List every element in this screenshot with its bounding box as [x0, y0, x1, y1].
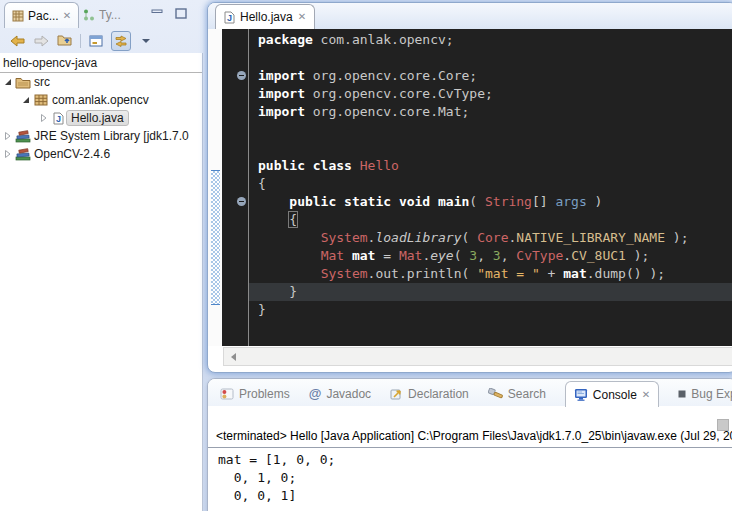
code-line[interactable]: Mat mat = Mat.eye( 3, 3, CvType.CV_8UC1 … [249, 247, 732, 265]
collapse-twistie-icon[interactable] [2, 78, 14, 86]
code-line[interactable] [249, 49, 732, 67]
code-token: CvType [516, 248, 563, 263]
code-line[interactable] [249, 121, 732, 139]
console-output[interactable]: mat = [1, 0, 0; 0, 1, 0; 0, 0, 1] [218, 451, 335, 505]
tab-console[interactable]: Console✕ [565, 381, 659, 407]
expand-twistie-icon[interactable] [2, 131, 14, 141]
code-editor[interactable]: package com.anlak.opencv;import org.open… [222, 29, 732, 346]
view-menu-chevron-icon[interactable] [137, 32, 155, 50]
tree-item-label: src [31, 75, 53, 89]
code-token: [] [532, 194, 555, 209]
code-token: org.opencv.core.Core; [305, 68, 477, 83]
library-icon [14, 130, 31, 143]
code-line[interactable]: import org.opencv.core.Core; [249, 67, 732, 85]
expand-twistie-icon[interactable] [2, 149, 14, 159]
code-line[interactable]: System.loadLibrary( Core.NATIVE_LIBRARY_… [249, 229, 732, 247]
horizontal-scrollbar[interactable] [223, 347, 732, 366]
console-output-line: 0, 0, 1] [218, 487, 335, 505]
collapse-twistie-icon[interactable] [20, 96, 32, 104]
tab-problems[interactable]: Problems [220, 382, 290, 406]
code-token: public class [258, 158, 352, 173]
code-line[interactable]: import org.opencv.core.Mat; [249, 103, 732, 121]
expand-twistie-icon[interactable] [38, 113, 50, 123]
code-line[interactable]: public static void main( String[] args ) [249, 193, 732, 211]
minimize-view-button[interactable] [149, 7, 165, 20]
code-token: "mat = " [477, 266, 540, 281]
code-token: ( [469, 194, 485, 209]
code-token [258, 266, 321, 281]
code-line[interactable]: { [249, 175, 732, 193]
console-output-line: mat = [1, 0, 0; [218, 451, 335, 469]
code-token: 3 [469, 248, 477, 263]
code-token: Hello [360, 158, 399, 173]
code-token: Core [477, 230, 508, 245]
code-line[interactable]: package com.anlak.opencv; [249, 31, 732, 49]
maximize-view-button[interactable] [173, 7, 189, 20]
code-line[interactable]: { [249, 211, 732, 229]
code-area[interactable]: package com.anlak.opencv;import org.open… [249, 29, 732, 346]
scroll-left-arrow-icon[interactable] [231, 353, 236, 361]
code-token: mat [563, 266, 586, 281]
tab-declaration[interactable]: Declaration [390, 382, 469, 406]
java-file-icon: J [50, 112, 67, 125]
code-token: com.anlak.opencv; [313, 32, 454, 47]
code-line[interactable]: } [249, 283, 732, 301]
forward-button[interactable] [32, 32, 50, 50]
collapse-all-button[interactable] [87, 32, 105, 50]
code-line[interactable]: } [249, 301, 732, 319]
search-icon [488, 388, 503, 400]
tree-item-src[interactable]: src [0, 73, 202, 91]
tab-label: Console [593, 388, 637, 402]
code-token [258, 212, 289, 227]
type-hierarchy-icon [83, 9, 95, 21]
tree-item-hello-java[interactable]: JHello.java [0, 109, 202, 127]
tree-item-com-anlak-opencv[interactable]: com.anlak.opencv [0, 91, 202, 109]
code-token: Mat [321, 248, 344, 263]
tree-item-project[interactable]: hello-opencv-java [0, 53, 202, 73]
tab-type-hierarchy[interactable]: Ty... [76, 2, 128, 27]
tab-label: Declaration [408, 387, 469, 401]
close-icon[interactable]: ✕ [642, 390, 650, 400]
console-tabbar: Problems@JavadocDeclarationSearchConsole… [208, 379, 732, 406]
package-explorer-toolbar [0, 28, 203, 53]
code-token: loadLibrary [375, 230, 461, 245]
code-token: mat [352, 248, 375, 263]
tab-label: Ty... [99, 8, 121, 22]
tree-item-jre-system-library-jdk1-7-0[interactable]: JRE System Library [jdk1.7.0 [0, 127, 202, 145]
code-line[interactable] [249, 139, 732, 157]
code-token: org.opencv.core.Mat; [305, 104, 469, 119]
tree-item-label: OpenCV-2.4.6 [31, 147, 113, 161]
editor-body: package com.anlak.opencv;import org.open… [208, 29, 732, 346]
code-token: } [258, 284, 297, 299]
tab-hello-java[interactable]: J Hello.java ✕ [215, 4, 315, 29]
code-token: .out.println( [368, 266, 478, 281]
tab-label: Search [508, 387, 546, 401]
tree-item-label: JRE System Library [jdk1.7.0 [31, 129, 192, 143]
code-line[interactable]: System.out.println( "mat = " + mat.dump(… [249, 265, 732, 283]
toolbar-separator [80, 34, 81, 48]
tab-javadoc[interactable]: @Javadoc [309, 382, 371, 406]
code-line[interactable]: import org.opencv.core.CvType; [249, 85, 732, 103]
go-up-button[interactable] [56, 32, 74, 50]
collapse-fold-icon[interactable] [237, 71, 246, 80]
collapse-fold-icon[interactable] [237, 197, 246, 206]
eclipse-workbench: Pac... ✕ Ty... [0, 0, 732, 511]
tree-item-opencv-2-4-6[interactable]: OpenCV-2.4.6 [0, 145, 202, 163]
editor-part: J Hello.java ✕ package com.anlak.opencv;… [207, 2, 732, 373]
tab-bug-explorer[interactable]: Bug Explorer [678, 382, 732, 406]
close-icon[interactable]: ✕ [63, 11, 71, 21]
link-with-editor-toggle[interactable] [111, 31, 131, 51]
console-icon [574, 388, 588, 401]
code-token: + [540, 266, 563, 281]
close-icon[interactable]: ✕ [298, 12, 306, 22]
code-token [258, 248, 321, 263]
code-line[interactable]: public class Hello [249, 157, 732, 175]
code-token [258, 230, 321, 245]
code-token: 3 [493, 248, 501, 263]
code-token: ( [454, 248, 470, 263]
bug-icon [678, 390, 686, 398]
tab-search[interactable]: Search [488, 382, 546, 406]
tab-package-explorer[interactable]: Pac... ✕ [4, 2, 79, 28]
back-button[interactable] [8, 32, 26, 50]
package-explorer-view: Pac... ✕ Ty... [0, 0, 203, 511]
